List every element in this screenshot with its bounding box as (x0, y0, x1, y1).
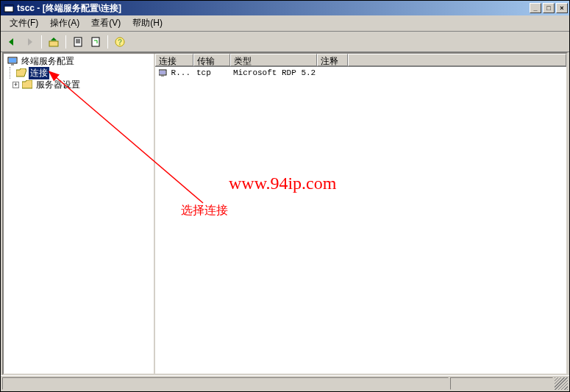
back-button[interactable] (4, 34, 20, 50)
cell-type: Microsoft RDP 5.2 (230, 68, 317, 77)
folder-icon (21, 79, 33, 90)
app-icon (4, 3, 14, 13)
col-transport[interactable]: 传输 (193, 54, 230, 66)
svg-rect-1 (4, 5, 13, 7)
status-main (2, 377, 449, 390)
watermark: www.94ip.com (229, 174, 336, 193)
svg-text:?: ? (118, 38, 122, 46)
status-pane-2 (450, 377, 553, 390)
tree-server-settings[interactable]: + 服务器设置 (5, 79, 152, 90)
svg-rect-2 (49, 41, 58, 46)
svg-rect-7 (92, 38, 99, 46)
list-body[interactable]: R... tcp Microsoft RDP 5.2 www.94ip.com (155, 67, 566, 374)
tree-server-settings-label: 服务器设置 (35, 79, 82, 91)
list-header: 连接 传输 类型 注释 (155, 54, 566, 67)
annotation-label: 选择连接 (181, 203, 228, 218)
svg-rect-11 (9, 58, 16, 63)
col-comment[interactable]: 注释 (317, 54, 348, 66)
menu-action[interactable]: 操作(A) (44, 15, 85, 31)
list-row[interactable]: R... tcp Microsoft RDP 5.2 (155, 67, 566, 79)
window-title: tscc - [终端服务配置\连接] (17, 2, 530, 15)
cell-transport: tcp (193, 68, 230, 77)
client-area: 终端服务配置 连接 + 服务器设置 连接 传输 (2, 52, 568, 375)
expand-toggle-icon[interactable]: + (13, 82, 19, 88)
window-controls: _ □ × (530, 3, 568, 13)
col-filler (348, 54, 566, 66)
toolbar-separator (107, 35, 108, 49)
svg-rect-14 (160, 71, 165, 74)
menu-view[interactable]: 查看(V) (85, 15, 127, 31)
resize-grip-icon[interactable] (555, 377, 568, 390)
maximize-button[interactable]: □ (543, 3, 555, 13)
statusbar (1, 375, 569, 391)
menu-help[interactable]: 帮助(H) (127, 15, 168, 31)
menu-file[interactable]: 文件(F) (4, 15, 44, 31)
svg-rect-3 (74, 38, 82, 46)
close-button[interactable]: × (556, 3, 568, 13)
list-panel: 连接 传输 类型 注释 R... tcp Microsoft RDP 5.2 (155, 54, 566, 374)
tree-connections[interactable]: 连接 (5, 67, 152, 79)
svg-rect-12 (11, 64, 14, 65)
help-button[interactable]: ? (112, 34, 128, 50)
menubar: 文件(F) 操作(A) 查看(V) 帮助(H) (1, 15, 569, 32)
tree-connections-label: 连接 (29, 67, 49, 79)
titlebar[interactable]: tscc - [终端服务配置\连接] _ □ × (1, 1, 569, 15)
toolbar: ? (1, 32, 569, 52)
col-connection[interactable]: 连接 (155, 54, 193, 66)
app-window: tscc - [终端服务配置\连接] _ □ × 文件(F) 操作(A) 查看(… (0, 0, 570, 392)
cell-connection: R... (155, 68, 193, 78)
svg-rect-15 (161, 76, 164, 76)
minimize-button[interactable]: _ (530, 3, 541, 13)
col-type[interactable]: 类型 (230, 54, 317, 66)
folder-open-icon (15, 68, 27, 78)
connection-icon (158, 68, 170, 78)
properties-button[interactable] (70, 34, 86, 50)
forward-button[interactable] (21, 34, 38, 50)
tree-panel[interactable]: 终端服务配置 连接 + 服务器设置 (4, 54, 155, 374)
tree-root-label: 终端服务配置 (20, 55, 76, 68)
toolbar-separator (41, 35, 42, 49)
up-button[interactable] (46, 34, 62, 50)
toolbar-separator (65, 35, 66, 49)
refresh-button[interactable] (88, 34, 104, 50)
tree-root[interactable]: 终端服务配置 (5, 55, 152, 67)
computer-icon (7, 56, 18, 66)
